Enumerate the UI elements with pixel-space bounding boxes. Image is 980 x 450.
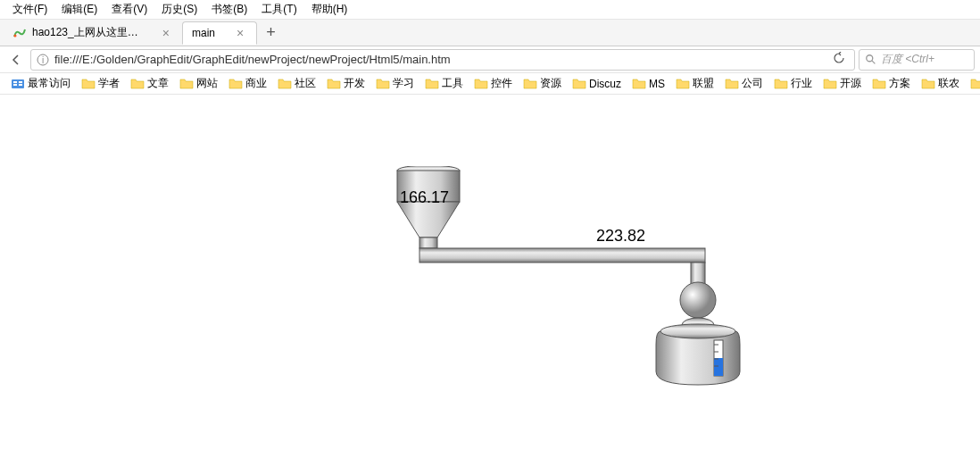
url-text: file:///E:/Golden/GraphEdit/GraphEdit/ne… — [54, 53, 829, 66]
bookmark-folder[interactable]: 方案 — [868, 74, 914, 93]
svg-line-4 — [872, 60, 876, 63]
bookmark-folder[interactable]: 联农 — [918, 74, 963, 93]
folder-icon — [179, 77, 194, 91]
bookmark-folder[interactable]: 社区 — [274, 74, 320, 93]
menu-bar: 文件(F) 编辑(E) 查看(V) 历史(S) 书签(B) 工具(T) 帮助(H… — [0, 0, 980, 20]
bookmark-folder[interactable]: 控件 — [470, 74, 516, 93]
folder-icon — [823, 77, 837, 91]
search-input[interactable]: 百度 <Ctrl+ — [859, 49, 975, 71]
back-button[interactable] — [5, 49, 27, 71]
svg-rect-13 — [419, 248, 705, 262]
svg-rect-7 — [13, 84, 17, 86]
diagram-graphic — [384, 166, 830, 450]
folder-icon — [228, 77, 243, 91]
svg-point-17 — [660, 324, 735, 338]
bookmark-folder[interactable]: 学习 — [372, 74, 418, 93]
folder-icon — [572, 77, 586, 91]
bookmark-folder[interactable]: 联盟 — [672, 74, 718, 93]
svg-text:i: i — [42, 55, 44, 65]
new-tab-button[interactable]: + — [257, 23, 285, 42]
svg-rect-8 — [19, 81, 22, 83]
close-icon[interactable]: × — [159, 26, 173, 40]
folder-icon — [632, 77, 646, 91]
tab-main[interactable]: main × — [182, 21, 257, 45]
reload-icon — [833, 52, 845, 64]
close-icon[interactable]: × — [233, 26, 247, 40]
page-content: 166.17 223.82 — [0, 95, 980, 450]
folder-icon — [130, 77, 145, 91]
search-placeholder: 百度 <Ctrl+ — [881, 52, 934, 67]
menu-view[interactable]: 查看(V) — [104, 0, 154, 19]
bookmark-folder[interactable]: 文章 — [127, 74, 172, 93]
most-visited-icon — [11, 77, 25, 91]
bookmark-folder[interactable]: 商业 — [225, 74, 270, 93]
folder-icon — [327, 77, 341, 91]
menu-help[interactable]: 帮助(H) — [304, 0, 355, 19]
bookmark-folder[interactable]: 学者 — [78, 74, 123, 93]
bookmark-folder[interactable]: 开发 — [323, 74, 369, 93]
pipe-value: 223.82 — [596, 227, 645, 246]
info-icon[interactable]: i — [37, 54, 49, 66]
bookmark-folder[interactable]: 工具 — [421, 74, 467, 93]
back-arrow-icon — [9, 53, 23, 67]
bookmark-folder[interactable]: 行业 — [770, 74, 816, 93]
svg-rect-12 — [419, 238, 437, 248]
reload-button[interactable] — [829, 52, 849, 67]
svg-rect-6 — [13, 81, 17, 83]
bookmark-folder[interactable]: 开源 — [819, 74, 865, 93]
hopper-value: 166.17 — [400, 188, 449, 207]
bookmark-folder[interactable]: 公司 — [721, 74, 767, 93]
folder-icon — [872, 77, 886, 91]
bookmark-folder[interactable]: MS — [628, 74, 669, 93]
folder-icon — [676, 77, 690, 91]
bookmark-folder[interactable]: 资源 — [519, 74, 565, 93]
folder-icon — [425, 77, 439, 91]
svg-point-3 — [867, 54, 873, 61]
folder-icon — [278, 77, 292, 91]
svg-point-15 — [680, 282, 716, 318]
address-bar: i file:///E:/Golden/GraphEdit/GraphEdit/… — [0, 46, 980, 73]
menu-history[interactable]: 历史(S) — [154, 0, 204, 19]
folder-icon — [474, 77, 488, 91]
menu-bookmarks[interactable]: 书签(B) — [204, 0, 254, 19]
folder-icon — [81, 77, 96, 91]
tab-bar: hao123_上网从这里开始 × main × + — [0, 20, 980, 46]
folder-icon — [921, 77, 935, 91]
tab-hao123[interactable]: hao123_上网从这里开始 × — [4, 21, 182, 45]
folder-icon — [725, 77, 739, 91]
svg-rect-19 — [714, 358, 723, 376]
url-input[interactable]: i file:///E:/Golden/GraphEdit/GraphEdit/… — [30, 49, 855, 71]
folder-icon — [376, 77, 390, 91]
tab-title: main — [192, 27, 215, 39]
bookmark-most-visited[interactable]: 最常访问 — [7, 74, 74, 93]
menu-tools[interactable]: 工具(T) — [254, 0, 303, 19]
tab-title: hao123_上网从这里开始 — [32, 25, 141, 40]
folder-icon — [774, 77, 788, 91]
search-icon — [865, 54, 877, 66]
svg-point-0 — [14, 34, 17, 37]
menu-edit[interactable]: 编辑(E) — [54, 0, 104, 19]
bookmark-folder[interactable]: 资本 — [967, 74, 980, 93]
bookmark-folder[interactable]: 网站 — [176, 74, 221, 93]
svg-rect-9 — [19, 84, 22, 86]
folder-icon — [970, 77, 980, 91]
bookmarks-bar: 最常访问 学者文章网站商业社区开发学习工具控件资源DiscuzMS联盟公司行业开… — [0, 73, 980, 95]
folder-icon — [523, 77, 537, 91]
bookmark-folder[interactable]: Discuz — [569, 74, 625, 93]
hao123-favicon-icon — [12, 26, 27, 40]
menu-file[interactable]: 文件(F) — [5, 0, 54, 19]
